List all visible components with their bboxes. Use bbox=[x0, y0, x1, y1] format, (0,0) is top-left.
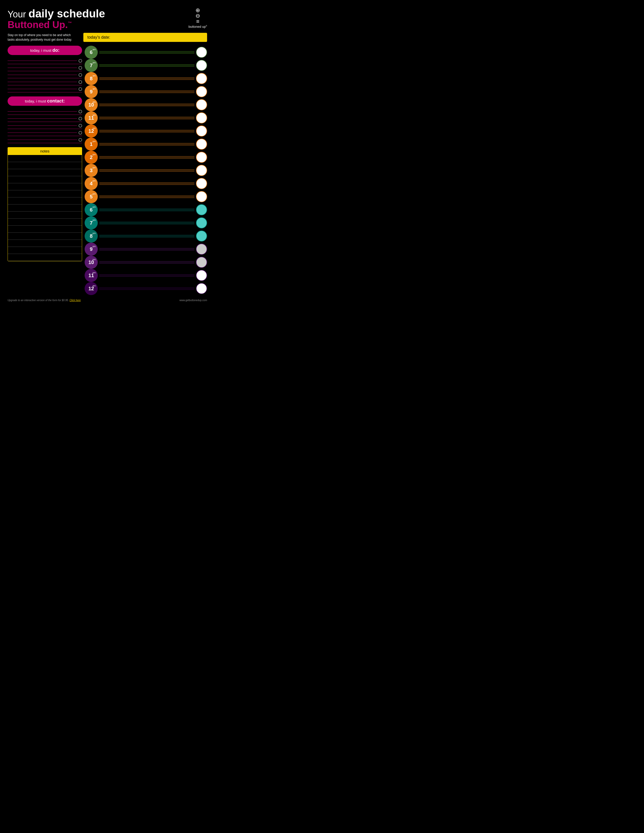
contact-checkbox[interactable] bbox=[79, 131, 82, 135]
time-bubble: 7am bbox=[85, 59, 98, 72]
schedule-lines[interactable] bbox=[98, 130, 196, 132]
task-checkbox[interactable] bbox=[79, 59, 82, 63]
notes-line[interactable] bbox=[8, 198, 82, 204]
contact-checkbox[interactable] bbox=[79, 138, 82, 142]
contact-checkbox[interactable] bbox=[79, 117, 82, 121]
end-circle bbox=[196, 152, 207, 163]
schedule-lines[interactable] bbox=[98, 169, 196, 172]
notes-line[interactable] bbox=[8, 155, 82, 162]
notes-line[interactable] bbox=[8, 190, 82, 198]
schedule-line bbox=[99, 158, 195, 159]
ampm-label: pm bbox=[92, 232, 96, 235]
date-bar[interactable]: today's date: bbox=[83, 33, 207, 42]
end-circle bbox=[196, 60, 207, 71]
schedule-lines[interactable] bbox=[98, 77, 196, 80]
hour-label: 2 bbox=[90, 155, 92, 160]
hour-label: 8 bbox=[90, 76, 92, 81]
contact-list bbox=[8, 108, 82, 143]
schedule-line bbox=[99, 237, 195, 237]
task-checkbox[interactable] bbox=[79, 80, 82, 84]
time-bubble: 10am bbox=[85, 98, 98, 111]
schedule-lines[interactable] bbox=[98, 274, 196, 277]
footer-link[interactable]: Click here bbox=[69, 299, 80, 302]
time-bubble: 8pm bbox=[85, 230, 98, 243]
notes-line[interactable] bbox=[8, 212, 82, 219]
title-block: Your daily schedule Buttoned Up.™ bbox=[8, 8, 105, 30]
schedule-lines[interactable] bbox=[98, 51, 196, 53]
notes-line[interactable] bbox=[8, 254, 82, 261]
task-checkbox[interactable] bbox=[79, 87, 82, 91]
schedule-line bbox=[99, 223, 195, 223]
notes-line[interactable] bbox=[8, 204, 82, 212]
end-circle bbox=[196, 47, 207, 58]
schedule-row: 9am bbox=[85, 85, 207, 98]
logo-text: buttoned up® bbox=[188, 25, 207, 29]
schedule-line bbox=[99, 288, 195, 289]
schedule-line bbox=[99, 143, 195, 143]
title-line1: Your daily schedule bbox=[8, 8, 105, 20]
schedule-lines[interactable] bbox=[98, 156, 196, 159]
footer-website: www.getbuttonedup.com bbox=[179, 299, 207, 302]
contact-checkbox[interactable] bbox=[79, 110, 82, 113]
notes-line[interactable] bbox=[8, 169, 82, 176]
schedule-line bbox=[99, 131, 195, 131]
contact-line bbox=[8, 125, 77, 126]
contact-item bbox=[8, 136, 82, 143]
task-line bbox=[8, 89, 77, 89]
schedule-lines[interactable] bbox=[98, 261, 196, 264]
schedule-lines[interactable] bbox=[98, 196, 196, 198]
notes-line[interactable] bbox=[8, 247, 82, 254]
time-bubble: 11pm bbox=[85, 269, 98, 282]
schedule-line bbox=[99, 263, 195, 264]
schedule-line bbox=[99, 274, 195, 275]
schedule-lines[interactable] bbox=[98, 248, 196, 251]
task-checkbox[interactable] bbox=[79, 73, 82, 77]
schedule-line bbox=[99, 117, 195, 117]
notes-line[interactable] bbox=[8, 240, 82, 247]
hour-label: 9 bbox=[90, 89, 92, 94]
notes-line[interactable] bbox=[8, 226, 82, 233]
schedule-line bbox=[99, 224, 195, 224]
schedule-row: 6am bbox=[85, 46, 207, 59]
ampm-label: pm bbox=[92, 245, 96, 248]
end-circle bbox=[196, 99, 207, 110]
ampm-label: pm bbox=[92, 153, 96, 156]
schedule-line bbox=[99, 209, 195, 209]
schedule-lines[interactable] bbox=[98, 64, 196, 67]
ampm-label: pm bbox=[92, 140, 96, 143]
ampm-label: am bbox=[92, 48, 96, 51]
schedule-lines[interactable] bbox=[98, 91, 196, 93]
end-circle bbox=[196, 165, 207, 176]
schedule-lines[interactable] bbox=[98, 143, 196, 145]
schedule-line bbox=[99, 77, 195, 78]
schedule-lines[interactable] bbox=[98, 235, 196, 237]
contact-line bbox=[8, 140, 77, 140]
notes-line[interactable] bbox=[8, 176, 82, 183]
hour-label: 6 bbox=[90, 207, 92, 212]
schedule-line bbox=[99, 250, 195, 251]
end-circle bbox=[196, 125, 207, 137]
schedule-line bbox=[99, 104, 195, 104]
task-line bbox=[8, 68, 77, 68]
schedule-lines[interactable] bbox=[98, 209, 196, 211]
hour-label: 1 bbox=[90, 142, 92, 147]
notes-line[interactable] bbox=[8, 233, 82, 240]
schedule-lines[interactable] bbox=[98, 182, 196, 185]
task-item bbox=[8, 85, 82, 92]
task-item bbox=[8, 57, 82, 64]
schedule-lines[interactable] bbox=[98, 117, 196, 119]
schedule-lines[interactable] bbox=[98, 104, 196, 106]
task-checkbox[interactable] bbox=[79, 66, 82, 70]
subtitle-date-row: Stay on top of where you need to be and … bbox=[8, 33, 207, 42]
notes-line[interactable] bbox=[8, 183, 82, 190]
footer: Upgrade to an interactive version of the… bbox=[8, 298, 207, 302]
schedule-lines[interactable] bbox=[98, 288, 196, 290]
contact-item bbox=[8, 122, 82, 129]
notes-line[interactable] bbox=[8, 219, 82, 226]
notes-line[interactable] bbox=[8, 162, 82, 169]
contact-checkbox[interactable] bbox=[79, 124, 82, 127]
schedule-lines[interactable] bbox=[98, 222, 196, 224]
task-line bbox=[8, 82, 77, 82]
task-item bbox=[8, 71, 82, 78]
schedule-line bbox=[99, 196, 195, 196]
